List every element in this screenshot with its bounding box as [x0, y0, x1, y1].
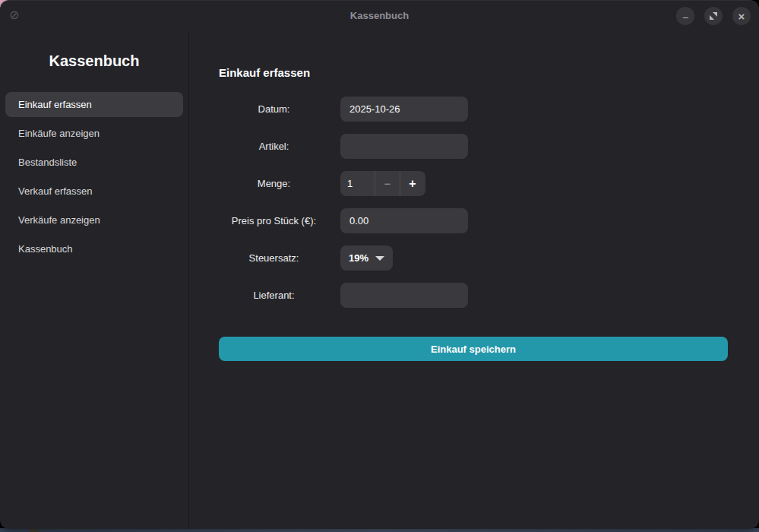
- minimize-icon: −: [682, 14, 688, 21]
- app-window: ⊘ Kassenbuch − × Kassenbuch Einkauf erfa…: [0, 0, 759, 529]
- form-row-lieferant: Lieferant:: [219, 283, 729, 308]
- menge-label: Menge:: [219, 178, 329, 189]
- steuersatz-selected-value: 19%: [349, 252, 368, 264]
- close-icon: ×: [738, 11, 745, 22]
- plus-icon: +: [409, 177, 416, 191]
- form-row-preis: Preis pro Stück (€):: [219, 208, 729, 233]
- sidebar-item-bestandsliste[interactable]: Bestandsliste: [5, 150, 183, 175]
- lieferant-label: Lieferant:: [219, 290, 329, 301]
- chevron-down-icon: [375, 256, 384, 261]
- artikel-input[interactable]: [340, 134, 468, 159]
- steuersatz-label: Steuersatz:: [219, 252, 329, 264]
- artikel-label: Artikel:: [219, 141, 329, 152]
- form-row-menge: Menge: − +: [219, 171, 729, 196]
- window-title: Kassenbuch: [0, 10, 759, 21]
- save-button[interactable]: Einkauf speichern: [219, 337, 728, 361]
- sidebar: Kassenbuch Einkauf erfassen Einkäufe anz…: [0, 32, 189, 529]
- minimize-button[interactable]: −: [676, 7, 694, 25]
- page-title: Einkauf erfassen: [219, 67, 729, 78]
- form-row-steuersatz: Steuersatz: 19%: [219, 245, 729, 271]
- quantity-input[interactable]: [340, 171, 375, 196]
- sidebar-item-verkauf-erfassen[interactable]: Verkauf erfassen: [5, 179, 183, 204]
- sidebar-nav: Einkauf erfassen Einkäufe anzeigen Besta…: [0, 92, 188, 261]
- sidebar-heading: Kassenbuch: [0, 51, 188, 71]
- datum-label: Datum:: [219, 103, 329, 115]
- steuersatz-dropdown[interactable]: 19%: [340, 245, 393, 271]
- lieferant-input[interactable]: [340, 283, 468, 308]
- sidebar-item-einkauf-erfassen[interactable]: Einkauf erfassen: [5, 92, 183, 117]
- sidebar-item-kassenbuch[interactable]: Kassenbuch: [5, 236, 183, 261]
- quantity-increment-button[interactable]: +: [400, 171, 425, 196]
- form-row-artikel: Artikel:: [219, 134, 729, 159]
- titlebar[interactable]: ⊘ Kassenbuch − ×: [0, 0, 759, 32]
- sidebar-item-einkaeufe-anzeigen[interactable]: Einkäufe anzeigen: [5, 121, 183, 146]
- window-body: Kassenbuch Einkauf erfassen Einkäufe anz…: [0, 32, 759, 529]
- main-content: Einkauf erfassen Datum: Artikel: Menge:: [189, 32, 759, 529]
- maximize-button[interactable]: [704, 7, 723, 25]
- window-controls: − ×: [676, 7, 751, 25]
- close-button[interactable]: ×: [732, 7, 751, 25]
- preis-label: Preis pro Stück (€):: [219, 215, 329, 226]
- minus-icon: −: [384, 177, 391, 190]
- quantity-decrement-button[interactable]: −: [375, 171, 400, 196]
- maximize-icon: [710, 12, 717, 20]
- sidebar-item-verkaeufe-anzeigen[interactable]: Verkäufe anzeigen: [5, 207, 183, 233]
- form-row-datum: Datum:: [219, 97, 729, 122]
- quantity-stepper: − +: [340, 171, 425, 196]
- datum-input[interactable]: [340, 97, 468, 122]
- preis-input[interactable]: [340, 208, 468, 233]
